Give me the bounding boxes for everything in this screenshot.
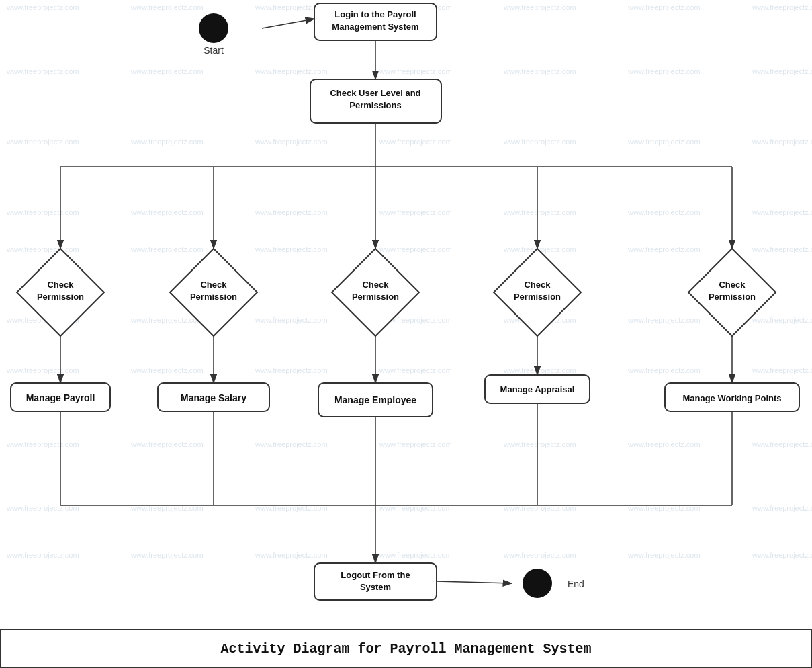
svg-text:Check: Check (200, 280, 227, 290)
svg-text:www.freeprojectz.com: www.freeprojectz.com (379, 138, 452, 146)
svg-text:Check: Check (719, 280, 746, 290)
svg-text:www.freeprojectz.com: www.freeprojectz.com (379, 245, 452, 253)
svg-text:www.freeprojectz.com: www.freeprojectz.com (627, 551, 701, 559)
svg-text:www.freeprojectz.com: www.freeprojectz.com (130, 316, 204, 324)
svg-line-71 (262, 19, 314, 28)
svg-text:Manage Working Points: Manage Working Points (682, 393, 781, 403)
svg-text:www.freeprojectz.com: www.freeprojectz.com (503, 208, 576, 216)
svg-text:www.freeprojectz.com: www.freeprojectz.com (752, 440, 812, 448)
svg-text:www.freeprojectz.com: www.freeprojectz.com (627, 3, 701, 11)
svg-text:Check: Check (524, 280, 551, 290)
svg-text:www.freeprojectz.com: www.freeprojectz.com (752, 504, 812, 512)
svg-text:Permission: Permission (190, 292, 237, 302)
svg-text:System: System (360, 582, 391, 592)
svg-text:www.freeprojectz.com: www.freeprojectz.com (255, 208, 328, 216)
svg-text:www.freeprojectz.com: www.freeprojectz.com (752, 245, 812, 253)
svg-text:Check: Check (47, 280, 74, 290)
svg-text:www.freeprojectz.com: www.freeprojectz.com (130, 440, 204, 448)
svg-text:www.freeprojectz.com: www.freeprojectz.com (379, 208, 452, 216)
svg-text:www.freeprojectz.com: www.freeprojectz.com (6, 208, 79, 216)
svg-text:Logout From the: Logout From the (341, 570, 410, 580)
svg-text:www.freeprojectz.com: www.freeprojectz.com (627, 245, 701, 253)
svg-text:www.freeprojectz.com: www.freeprojectz.com (627, 316, 701, 324)
svg-text:Manage Salary: Manage Salary (181, 392, 246, 403)
svg-text:www.freeprojectz.com: www.freeprojectz.com (627, 67, 701, 75)
svg-text:www.freeprojectz.com: www.freeprojectz.com (6, 366, 79, 374)
svg-text:www.freeprojectz.com: www.freeprojectz.com (752, 551, 812, 559)
svg-text:www.freeprojectz.com: www.freeprojectz.com (379, 551, 452, 559)
svg-text:www.freeprojectz.com: www.freeprojectz.com (752, 366, 812, 374)
svg-text:www.freeprojectz.com: www.freeprojectz.com (6, 3, 79, 11)
svg-text:www.freeprojectz.com: www.freeprojectz.com (130, 3, 204, 11)
footer-bar: Activity Diagram for Payroll Management … (0, 629, 812, 668)
end-label: End (568, 579, 584, 589)
svg-text:Permission: Permission (709, 292, 756, 302)
svg-text:Permission: Permission (352, 292, 399, 302)
svg-text:Management System: Management System (332, 22, 418, 32)
svg-text:www.freeprojectz.com: www.freeprojectz.com (627, 138, 701, 146)
svg-line-113 (437, 581, 512, 583)
svg-text:www.freeprojectz.com: www.freeprojectz.com (752, 138, 812, 146)
svg-text:www.freeprojectz.com: www.freeprojectz.com (6, 440, 79, 448)
svg-text:www.freeprojectz.com: www.freeprojectz.com (6, 138, 79, 146)
svg-text:www.freeprojectz.com: www.freeprojectz.com (255, 316, 328, 324)
svg-text:www.freeprojectz.com: www.freeprojectz.com (503, 440, 576, 448)
diagram-container: // Will be rendered via JS below www.fre… (0, 0, 812, 668)
svg-text:www.freeprojectz.com: www.freeprojectz.com (130, 551, 204, 559)
svg-text:Permissions: Permissions (349, 100, 401, 110)
svg-text:www.freeprojectz.com: www.freeprojectz.com (503, 551, 576, 559)
start-label: Start (204, 45, 224, 56)
activity-diagram: www.freeprojectz.com www.freeprojectz.co… (0, 0, 812, 668)
svg-text:www.freeprojectz.com: www.freeprojectz.com (379, 366, 452, 374)
svg-text:Permission: Permission (37, 292, 84, 302)
svg-text:www.freeprojectz.com: www.freeprojectz.com (255, 366, 328, 374)
svg-text:www.freeprojectz.com: www.freeprojectz.com (6, 245, 79, 253)
svg-text:www.freeprojectz.com: www.freeprojectz.com (503, 138, 576, 146)
svg-text:www.freeprojectz.com: www.freeprojectz.com (627, 366, 701, 374)
svg-text:www.freeprojectz.com: www.freeprojectz.com (255, 245, 328, 253)
svg-text:Manage Appraisal: Manage Appraisal (500, 384, 575, 394)
svg-text:www.freeprojectz.com: www.freeprojectz.com (752, 3, 812, 11)
svg-text:www.freeprojectz.com: www.freeprojectz.com (6, 67, 79, 75)
svg-text:www.freeprojectz.com: www.freeprojectz.com (130, 245, 204, 253)
svg-text:www.freeprojectz.com: www.freeprojectz.com (130, 366, 204, 374)
svg-text:www.freeprojectz.com: www.freeprojectz.com (130, 208, 204, 216)
svg-text:www.freeprojectz.com: www.freeprojectz.com (503, 67, 576, 75)
svg-text:www.freeprojectz.com: www.freeprojectz.com (752, 316, 812, 324)
start-circle (199, 13, 228, 43)
svg-text:www.freeprojectz.com: www.freeprojectz.com (255, 138, 328, 146)
svg-text:www.freeprojectz.com: www.freeprojectz.com (379, 440, 452, 448)
svg-text:www.freeprojectz.com: www.freeprojectz.com (379, 67, 452, 75)
svg-text:www.freeprojectz.com: www.freeprojectz.com (503, 3, 576, 11)
svg-text:Permission: Permission (514, 292, 561, 302)
svg-text:www.freeprojectz.com: www.freeprojectz.com (6, 551, 79, 559)
diagram-title: Activity Diagram for Payroll Management … (220, 641, 591, 657)
svg-text:Check User Level and: Check User Level and (330, 88, 420, 98)
svg-text:Login to the Payroll: Login to the Payroll (334, 9, 416, 19)
svg-text:www.freeprojectz.com: www.freeprojectz.com (627, 440, 701, 448)
svg-text:Manage Payroll: Manage Payroll (26, 392, 95, 403)
svg-text:Check: Check (362, 280, 389, 290)
svg-text:www.freeprojectz.com: www.freeprojectz.com (627, 208, 701, 216)
svg-text:www.freeprojectz.com: www.freeprojectz.com (255, 440, 328, 448)
end-circle (523, 569, 552, 598)
svg-text:www.freeprojectz.com: www.freeprojectz.com (255, 67, 328, 75)
svg-text:www.freeprojectz.com: www.freeprojectz.com (255, 551, 328, 559)
svg-text:www.freeprojectz.com: www.freeprojectz.com (752, 208, 812, 216)
svg-text:www.freeprojectz.com: www.freeprojectz.com (503, 366, 576, 374)
svg-text:www.freeprojectz.com: www.freeprojectz.com (130, 138, 204, 146)
svg-text:Manage Employee: Manage Employee (334, 394, 416, 405)
svg-text:www.freeprojectz.com: www.freeprojectz.com (130, 67, 204, 75)
svg-text:www.freeprojectz.com: www.freeprojectz.com (752, 67, 812, 75)
